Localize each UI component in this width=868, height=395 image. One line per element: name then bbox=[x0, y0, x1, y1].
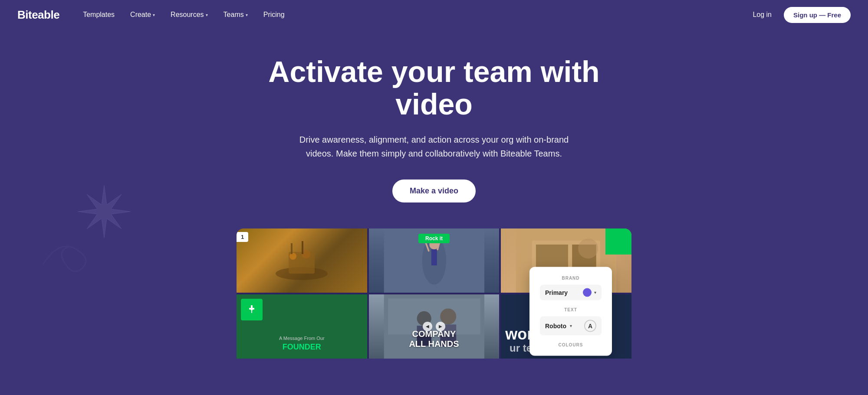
cooking-scene bbox=[267, 235, 336, 287]
svg-rect-5 bbox=[291, 243, 293, 254]
colours-section-label: COLOURS bbox=[540, 342, 602, 347]
cooking-photo bbox=[237, 229, 367, 293]
hero-section: Activate your team with video Drive awar… bbox=[0, 29, 868, 359]
row-badge: 1 bbox=[237, 232, 248, 242]
video-controls[interactable]: ◀ ▶ bbox=[423, 322, 445, 331]
font-name: Roboto bbox=[545, 322, 566, 329]
chevron-down-icon: ▾ bbox=[246, 13, 248, 17]
preview-cell-5: ◀ ▶ COMPANY ALL HANDS bbox=[369, 294, 500, 359]
preview-cell-1: 1 bbox=[237, 229, 367, 293]
founder-text: A Message From Our FOUNDER bbox=[243, 336, 360, 352]
font-a-icon: A bbox=[584, 320, 596, 332]
nav-actions: Log in Sign up — Free bbox=[747, 7, 851, 23]
brand-color-dot bbox=[583, 288, 592, 297]
nav-templates[interactable]: Templates bbox=[77, 7, 121, 22]
founder-title: FOUNDER bbox=[243, 343, 360, 352]
chevron-down-icon: ▾ bbox=[153, 13, 155, 17]
brand-panel: BRAND Primary ▾ TEXT Roboto ▾ A C bbox=[529, 267, 612, 356]
next-button[interactable]: ▶ bbox=[436, 322, 445, 331]
text-dropdown[interactable]: Roboto ▾ A bbox=[540, 316, 602, 335]
nav-links: Templates Create ▾ Resources ▾ Teams ▾ P… bbox=[77, 7, 747, 22]
founder-icon-box bbox=[241, 299, 263, 320]
svg-rect-19 bbox=[249, 308, 254, 310]
svg-point-17 bbox=[578, 238, 598, 258]
chevron-down-icon: ▾ bbox=[594, 290, 596, 295]
svg-rect-10 bbox=[431, 249, 437, 265]
brand-dot-chevron: ▾ bbox=[583, 288, 596, 297]
brand-option-label: Primary bbox=[545, 289, 568, 296]
nav-pricing[interactable]: Pricing bbox=[257, 7, 291, 22]
green-banner: Rock it bbox=[418, 234, 450, 243]
preview-container: 1 Rock it bbox=[17, 229, 851, 359]
nav-resources[interactable]: Resources ▾ bbox=[164, 7, 214, 22]
svg-rect-20 bbox=[251, 310, 252, 313]
font-row: Roboto ▾ bbox=[545, 322, 572, 329]
preview-card: 1 Rock it bbox=[237, 229, 631, 359]
svg-rect-6 bbox=[302, 241, 303, 254]
brand-section-label: BRAND bbox=[540, 275, 602, 280]
logo[interactable]: Biteable bbox=[17, 8, 59, 22]
svg-point-3 bbox=[289, 253, 296, 260]
preview-cell-2: Rock it bbox=[369, 229, 500, 293]
chevron-down-icon: ▾ bbox=[570, 323, 572, 328]
nav-teams[interactable]: Teams ▾ bbox=[217, 7, 254, 22]
text-section-label: TEXT bbox=[540, 307, 602, 312]
pushpin-icon bbox=[247, 304, 257, 315]
hero-title: Activate your team with video bbox=[239, 55, 629, 121]
nav-create[interactable]: Create ▾ bbox=[124, 7, 161, 22]
signup-button[interactable]: Sign up — Free bbox=[784, 7, 851, 23]
login-button[interactable]: Log in bbox=[747, 7, 777, 22]
cta-button[interactable]: Make a video bbox=[392, 180, 476, 202]
preview-cell-4: A Message From Our FOUNDER bbox=[237, 294, 367, 359]
chevron-down-icon: ▾ bbox=[206, 13, 208, 17]
founder-small-text: A Message From Our bbox=[243, 336, 360, 341]
all-hands-title: COMPANY ALL HANDS bbox=[409, 329, 459, 354]
brand-dropdown[interactable]: Primary ▾ bbox=[540, 284, 602, 300]
hero-subtitle: Drive awareness, alignment, and action a… bbox=[286, 133, 582, 160]
green-accent-block bbox=[605, 229, 631, 255]
prev-button[interactable]: ◀ bbox=[423, 322, 432, 331]
navigation: Biteable Templates Create ▾ Resources ▾ … bbox=[0, 0, 868, 29]
